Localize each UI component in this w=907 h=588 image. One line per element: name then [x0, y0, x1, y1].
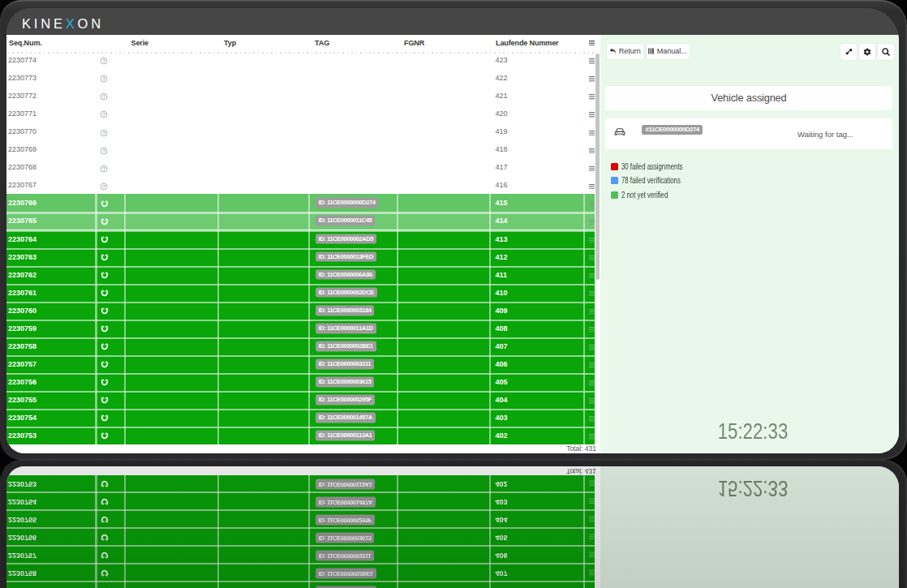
svg-text:?: ? — [102, 130, 105, 135]
svg-text:?: ? — [102, 165, 105, 171]
svg-text:?: ? — [102, 58, 105, 64]
svg-text:?: ? — [102, 183, 105, 189]
svg-text:?: ? — [102, 94, 105, 100]
svg-text:?: ? — [102, 112, 105, 118]
svg-text:?: ? — [102, 148, 105, 153]
svg-text:?: ? — [102, 76, 105, 82]
